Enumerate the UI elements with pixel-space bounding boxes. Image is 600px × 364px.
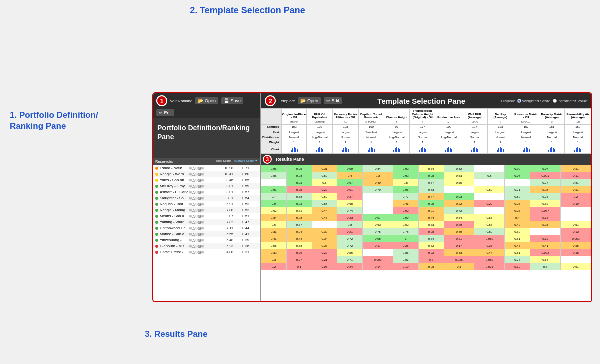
avg-score: 0.31 bbox=[234, 250, 258, 254]
bar bbox=[498, 148, 500, 152]
param-cell: 1 bbox=[436, 140, 462, 145]
result-cell: 0.32 bbox=[444, 200, 474, 207]
result-cell: 0.44 bbox=[312, 207, 338, 214]
result-cell bbox=[363, 207, 394, 214]
result-row: 0.410.440.340.720.9810.740.210.0830.510.… bbox=[262, 235, 592, 242]
result-cell: 0.3 bbox=[363, 172, 394, 179]
reservoir-name: Rengie - Malagou... bbox=[160, 208, 190, 212]
result-cell: 0.97 bbox=[363, 214, 394, 221]
portfolio-row[interactable]: Glenburn - Missisn... ⊞△⊡▨⊞ 5.23 0.36 bbox=[154, 243, 260, 249]
bar bbox=[552, 147, 552, 152]
open-button-template[interactable]: 📂 Open bbox=[298, 97, 321, 104]
bar bbox=[473, 148, 474, 152]
edit-button-template[interactable]: ✏ Edit bbox=[324, 97, 342, 104]
bar bbox=[294, 147, 295, 152]
result-cell: 0.71 bbox=[338, 256, 363, 263]
result-cell: 0.43 bbox=[444, 249, 474, 256]
result-cell: 0.41 bbox=[530, 242, 561, 249]
result-row: 0.960.950.310.990.840.930.540.820.990.97… bbox=[262, 165, 592, 172]
result-cell: 0.27 bbox=[338, 193, 363, 200]
result-cell: 0.08 bbox=[312, 263, 338, 270]
col-reservoirs: Reservoirs bbox=[156, 159, 214, 164]
result-cell: 0.47 bbox=[418, 193, 444, 200]
bar bbox=[400, 149, 400, 152]
template-header: 2 Template 📂 Open ✏ Edit Template Select… bbox=[261, 93, 592, 108]
bar bbox=[503, 149, 504, 152]
result-cell: 0.65 bbox=[474, 221, 505, 228]
param-row: BestLargestLargestLargestSmallestLargest… bbox=[262, 130, 592, 135]
result-cell: 0.93 bbox=[286, 179, 312, 186]
param-cell: Largest bbox=[462, 130, 488, 135]
mini-chart bbox=[548, 146, 556, 152]
portfolio-row[interactable]: Fshod - Natib ⊞△⊡▨⊞ 10.98 0.71 bbox=[154, 165, 260, 171]
portfolio-row[interactable]: Rengie - Warnshan ⊞△⊡▨⊞ 10.41 0.60 bbox=[154, 171, 260, 177]
reservoir-name: Slaughter - San at... bbox=[160, 196, 190, 200]
result-cell bbox=[560, 256, 591, 263]
result-cell: 0.71 bbox=[505, 186, 530, 193]
result-cell: 0.4 bbox=[338, 172, 363, 179]
result-cell: 0.44 bbox=[418, 214, 444, 221]
row-dot bbox=[156, 167, 158, 170]
result-cell: 0.13 bbox=[505, 263, 530, 270]
result-cell: 0.2 bbox=[262, 263, 287, 270]
reservoir-name: Mabee - San andres bbox=[160, 232, 190, 236]
row-dot bbox=[156, 245, 158, 248]
portfolio-row[interactable]: Ragusa - Taormina ⊞△⊡▨⊞ 6.91 0.53 bbox=[154, 201, 260, 207]
result-cell: 0.55 bbox=[444, 179, 474, 186]
result-cell bbox=[363, 193, 394, 200]
result-cell: 0.51 bbox=[560, 263, 591, 270]
result-cell: 0.74 bbox=[338, 207, 363, 214]
result-cell: 0.33 bbox=[262, 249, 287, 256]
param-col-header: Original In-Place - Oil bbox=[282, 109, 307, 120]
result-cell bbox=[474, 193, 505, 200]
unit-cell: MBO/ac bbox=[514, 120, 539, 125]
param-cell: 137 bbox=[462, 125, 488, 130]
bar bbox=[576, 148, 577, 152]
result-cell: 0.6 bbox=[262, 221, 287, 228]
result-cell: 0.31 bbox=[560, 186, 591, 193]
result-row: 0.580.580.350.720.170.250.620.170.270.45… bbox=[262, 242, 592, 249]
param-table-body: MMBOMMBOE%ft TVDMLftftacMBOftMBO/ac%mD S… bbox=[262, 120, 592, 154]
result-cell: 0.52 bbox=[474, 186, 505, 193]
bar bbox=[371, 147, 372, 152]
portfolio-row[interactable]: Mabee - San andres ⊞△⊡▨⊞ 5.55 0.41 bbox=[154, 231, 260, 237]
portfolio-row[interactable]: Ashtart - El Garia ⊞△⊡▨⊞ 8.01 0.57 bbox=[154, 189, 260, 195]
result-cell: 0.1 bbox=[286, 263, 312, 270]
bar bbox=[446, 150, 446, 152]
portfolio-row[interactable]: Yihzchuang - Maja... ⊞△⊡▨⊞ 5.48 0.39 bbox=[154, 237, 260, 243]
reservoir-name: Glenburn - Missisn... bbox=[160, 244, 190, 248]
portfolio-row[interactable]: Means - San andres ⊞△⊡▨⊞ 7.7 0.51 bbox=[154, 213, 260, 219]
result-cell: 0.58 bbox=[262, 242, 287, 249]
row-icons: ⊞△⊡▨⊞ bbox=[190, 238, 214, 242]
result-cell: 0.64 bbox=[444, 214, 474, 221]
edit-button-left[interactable]: ✏ Edit bbox=[156, 109, 174, 116]
display-label: Display: bbox=[501, 99, 515, 103]
avg-score: 0.71 bbox=[234, 166, 258, 170]
param-cell: 1 bbox=[565, 140, 592, 145]
results-scroll[interactable]: 0.960.950.310.990.840.930.540.820.990.97… bbox=[261, 165, 592, 301]
reservoir-name: McElroy - Graybug bbox=[160, 184, 190, 188]
portfolio-row[interactable]: Horse Creek - Red... ⊞△⊡▨⊞ 4.88 0.31 bbox=[154, 249, 260, 255]
portfolio-row[interactable]: Slaughter - San at... ⊞△⊡▨⊞ 8.1 0.54 bbox=[154, 195, 260, 201]
portfolio-row[interactable]: Yanting - Wurnshan ⊞△⊡▨⊞ 7.82 0.47 bbox=[154, 219, 260, 225]
weighted-score-option[interactable]: Weighted Score bbox=[518, 99, 551, 103]
chart-cell bbox=[358, 145, 384, 154]
param-cell: Log-Normal bbox=[436, 135, 462, 140]
mini-chart bbox=[342, 146, 349, 152]
param-value-option[interactable]: Parameter Value bbox=[553, 99, 588, 103]
total-score: 8.01 bbox=[214, 190, 234, 194]
result-cell: 0.29 bbox=[286, 249, 312, 256]
save-button-left[interactable]: 💾 Save bbox=[222, 97, 244, 104]
total-score: 8.81 bbox=[214, 184, 234, 188]
result-cell: 0.95 bbox=[286, 165, 312, 172]
param-cell: Largest bbox=[436, 130, 462, 135]
portfolio-row[interactable]: Cottonwood Creek... ⊞△⊡▨⊞ 7.11 0.44 bbox=[154, 225, 260, 231]
bar bbox=[580, 149, 582, 152]
open-button-left[interactable]: 📂 Open bbox=[196, 97, 218, 104]
portfolio-row[interactable]: Rengie - Malagou... ⊞△⊡▨⊞ 7.88 0.53 bbox=[154, 207, 260, 213]
result-row: 0.910.250.230.010.790.950.830.520.710.38… bbox=[262, 186, 592, 193]
chart-cell bbox=[565, 145, 592, 154]
portfolio-row[interactable]: McElroy - Graybug ⊞△⊡▨⊞ 8.81 0.59 bbox=[154, 183, 260, 189]
portfolio-row[interactable]: Yales - San andres ⊞△⊡▨⊞ 8.46 0.65 bbox=[154, 177, 260, 183]
result-cell: 0.001 bbox=[530, 172, 561, 179]
